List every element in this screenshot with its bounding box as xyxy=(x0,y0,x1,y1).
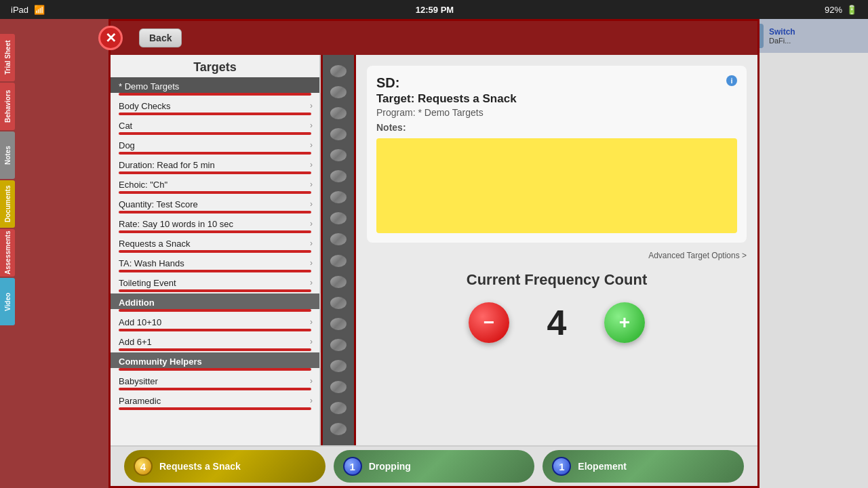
target-list-item[interactable]: Add 10+10› xyxy=(111,313,319,331)
tab-label: Dropping xyxy=(369,461,411,472)
side-tabs: Trial Sheet Behaviors Notes Documents As… xyxy=(0,34,15,325)
chevron-right-icon: › xyxy=(310,336,313,346)
freq-controls: − 4 + xyxy=(367,302,747,343)
target-progress-bar xyxy=(119,211,311,214)
info-icon[interactable]: i xyxy=(726,75,737,86)
wifi-icon: 📶 xyxy=(34,5,45,15)
target-progress-bar xyxy=(119,191,311,194)
freq-title: Current Frequency Count xyxy=(367,271,747,289)
target-list-item[interactable]: * Demo Targets xyxy=(111,77,319,96)
sidebar-tab-behaviors[interactable]: Behaviors xyxy=(0,83,15,130)
target-progress-bar xyxy=(119,152,311,155)
target-progress-bar xyxy=(119,348,311,351)
target-list-item[interactable]: Rate: Say 10 words in 10 sec› xyxy=(111,215,319,233)
chevron-right-icon: › xyxy=(310,179,313,188)
sidebar-tab-trial-sheet[interactable]: Trial Sheet xyxy=(0,34,15,81)
decrement-button[interactable]: − xyxy=(469,302,509,343)
spiral-ring xyxy=(329,64,348,79)
target-list-item[interactable]: TA: Wash Hands› xyxy=(111,254,319,272)
target-list-item[interactable]: Add 6+1› xyxy=(111,333,319,351)
bottom-tab-dropping[interactable]: 1Dropping xyxy=(334,450,535,483)
chevron-right-icon: › xyxy=(310,140,313,149)
chevron-right-icon: › xyxy=(310,159,313,169)
spiral-ring xyxy=(329,380,348,394)
target-progress-bar xyxy=(119,171,311,174)
target-list-item[interactable]: Dog› xyxy=(111,136,319,155)
target-progress-bar xyxy=(119,329,311,331)
target-list-item[interactable]: Echoic: "Ch"› xyxy=(111,176,319,194)
spiral-ring xyxy=(329,359,348,373)
spiral-ring xyxy=(329,232,348,247)
status-left: iPad 📶 xyxy=(11,5,45,15)
bg-left xyxy=(0,19,108,488)
chevron-right-icon: › xyxy=(310,277,313,287)
close-button[interactable]: ✕ xyxy=(98,26,123,50)
target-progress-bar xyxy=(119,407,311,410)
target-list-item[interactable]: Body Checks› xyxy=(111,97,319,115)
spiral-ring xyxy=(329,317,348,331)
chevron-right-icon: › xyxy=(310,199,313,208)
spiral-ring xyxy=(329,190,348,205)
content-area: SD: Target: Requests a Snack Program: * … xyxy=(356,55,757,445)
targets-sidebar: Targets * Demo TargetsBody Checks›Cat›Do… xyxy=(111,55,321,445)
program-name: Program: * Demo Targets xyxy=(376,107,517,118)
target-progress-bar xyxy=(119,388,311,390)
back-button[interactable]: Back xyxy=(139,28,182,47)
tab-badge: 1 xyxy=(552,457,571,476)
spiral-binding xyxy=(321,55,356,445)
bottom-tab-elopement[interactable]: 1Elopement xyxy=(542,450,744,483)
frequency-section: Current Frequency Count − 4 + xyxy=(367,271,747,343)
target-progress-bar xyxy=(119,289,311,292)
status-bar: iPad 📶 12:59 PM 92% 🔋 xyxy=(0,0,868,19)
notes-label: Notes: xyxy=(376,122,517,133)
spiral-ring xyxy=(329,253,348,268)
sidebar-tab-documents[interactable]: Documents xyxy=(0,180,15,228)
freq-count-display: 4 xyxy=(536,302,577,343)
time-display: 12:59 PM xyxy=(416,5,454,15)
target-progress-bar xyxy=(119,113,311,115)
target-list-item[interactable]: Duration: Read for 5 min› xyxy=(111,156,319,174)
battery-label: 92% xyxy=(825,5,842,15)
sidebar-tab-assessments[interactable]: Assessments xyxy=(0,229,15,277)
target-progress-bar xyxy=(119,368,311,371)
chevron-right-icon: › xyxy=(310,375,313,385)
target-list-item[interactable]: Cat› xyxy=(111,117,319,135)
target-info-panel: SD: Target: Requests a Snack Program: * … xyxy=(367,66,747,243)
modal-body: Targets * Demo TargetsBody Checks›Cat›Do… xyxy=(111,55,757,445)
sidebar-tab-notes[interactable]: Notes xyxy=(0,131,15,179)
target-progress-bar xyxy=(119,93,311,96)
chevron-right-icon: › xyxy=(310,238,313,247)
switch-label[interactable]: Switch xyxy=(769,27,795,37)
user-info: Switch DaFi... xyxy=(769,27,795,45)
target-progress-bar xyxy=(119,132,311,135)
spiral-ring xyxy=(329,338,348,352)
bottom-tab-bar: 4Requests a Snack1Dropping1Elopement xyxy=(111,445,757,486)
increment-button[interactable]: + xyxy=(604,302,645,343)
user-name: DaFi... xyxy=(769,37,795,45)
tab-badge: 4 xyxy=(134,457,153,476)
target-list-item[interactable]: Requests a Snack› xyxy=(111,235,319,253)
target-list-item[interactable]: Quantity: Test Score› xyxy=(111,195,319,214)
target-list-item[interactable]: Babysitter› xyxy=(111,372,319,390)
tab-badge: 1 xyxy=(343,457,362,476)
chevron-right-icon: › xyxy=(310,317,313,326)
target-progress-bar xyxy=(119,270,311,272)
spiral-ring xyxy=(329,296,348,310)
chevron-right-icon: › xyxy=(310,258,313,267)
target-list-item[interactable]: Paramedic› xyxy=(111,392,319,410)
spiral-ring xyxy=(329,274,348,289)
advanced-options-link[interactable]: Advanced Target Options > xyxy=(367,251,747,260)
target-list-item[interactable]: Addition xyxy=(111,293,319,312)
spiral-ring xyxy=(329,169,348,184)
spiral-ring xyxy=(329,85,348,100)
sticky-note xyxy=(376,138,737,233)
sidebar-tab-video[interactable]: Video xyxy=(0,278,15,325)
bottom-tab-requests-a-snack[interactable]: 4Requests a Snack xyxy=(124,450,326,483)
modal-topbar: ✕ Back xyxy=(111,21,757,55)
spiral-ring xyxy=(329,148,348,163)
target-progress-bar xyxy=(119,309,311,312)
target-list-item[interactable]: Community Helpers xyxy=(111,352,319,371)
target-list-item[interactable]: Toileting Event› xyxy=(111,274,319,292)
target-progress-bar xyxy=(119,250,311,253)
chevron-right-icon: › xyxy=(310,100,313,110)
